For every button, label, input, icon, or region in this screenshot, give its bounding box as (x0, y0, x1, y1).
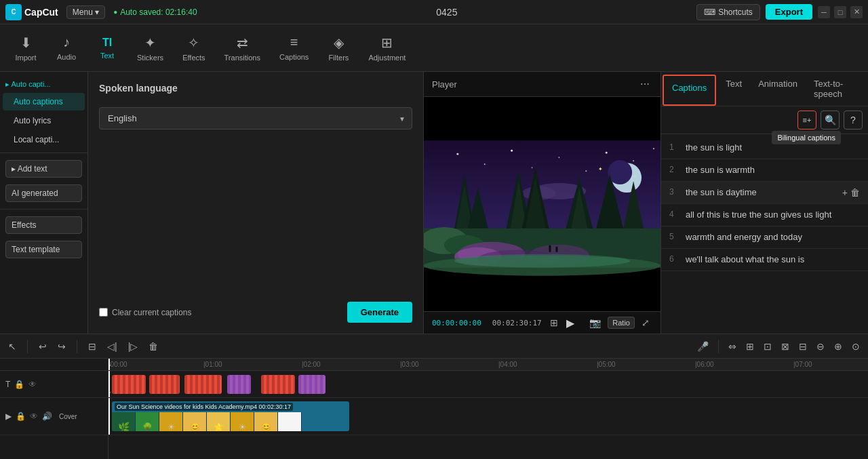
caption-delete-btn-1[interactable]: 🗑 (850, 142, 860, 153)
zoom-out-button[interactable]: ⊖ (814, 340, 827, 353)
video-block[interactable]: Our Sun Science videos for kids Kids Aca… (112, 401, 349, 431)
thumb-7: 😊 (254, 412, 278, 431)
grid-view-button[interactable]: ⊞ (547, 316, 561, 330)
zoom-in-button[interactable]: ⊕ (831, 340, 845, 353)
caption-block-5[interactable] (261, 375, 295, 394)
caption-block-6[interactable] (298, 375, 326, 394)
play-button[interactable]: ▶ (566, 317, 574, 330)
tool-adjustment[interactable]: ⊞ Adjustment (359, 31, 415, 66)
tool-import[interactable]: ⬇ Import (5, 31, 46, 66)
text-track-visibility[interactable]: 👁 (28, 380, 37, 389)
video-track: Our Sun Science videos for kids Kids Aca… (108, 398, 868, 435)
sidebar-header-label: ▸ Auto capti... (5, 80, 51, 89)
tool-text[interactable]: TI Text (87, 33, 127, 64)
delete-button[interactable]: 🗑 (146, 340, 161, 353)
effects-button[interactable]: Effects (5, 216, 82, 234)
video-track-audio[interactable]: 🔊 (42, 412, 52, 421)
tool-effects[interactable]: ✧ Effects (173, 31, 214, 66)
tool-audio[interactable]: ♪ Audio (46, 31, 87, 65)
caption-delete-btn-3[interactable]: 🗑 (850, 187, 860, 198)
split-screen-button[interactable]: ⊞ (743, 340, 757, 353)
generate-button[interactable]: Generate (347, 302, 412, 323)
caption-delete-btn-6[interactable]: 🗑 (850, 254, 860, 265)
ratio-button[interactable]: Ratio (608, 317, 635, 329)
project-id: 0425 (205, 7, 689, 18)
language-select[interactable]: English (99, 107, 412, 129)
tab-text[interactable]: Text (717, 72, 750, 106)
help-button[interactable]: ? (844, 111, 863, 129)
close-button[interactable]: ✕ (850, 6, 863, 18)
mic-button[interactable]: 🎤 (694, 340, 711, 353)
caption-add-btn-3[interactable]: + (842, 187, 848, 198)
toolbar-separator-1 (27, 340, 28, 353)
caption-delete-btn-2[interactable]: 🗑 (850, 165, 860, 176)
tool-stickers-label: Stickers (137, 54, 163, 62)
tab-animation[interactable]: Animation (750, 72, 806, 106)
video-track-lock[interactable]: 🔒 (16, 412, 26, 421)
caption-item-2[interactable]: 2 the sun is warmth + 🗑 (661, 159, 868, 182)
search-captions-button[interactable]: 🔍 (821, 111, 840, 129)
sidebar-item-auto-lyrics[interactable]: Auto lyrics (3, 112, 85, 129)
caption-delete-btn-4[interactable]: 🗑 (850, 209, 860, 220)
tool-effects-label: Effects (182, 54, 205, 62)
sidebar-item-auto-captions[interactable]: Auto captions (3, 93, 85, 111)
shortcuts-button[interactable]: ⌨ Shortcuts (696, 4, 760, 20)
crop-button[interactable]: ⊟ (796, 340, 810, 353)
bilingual-captions-button[interactable]: ≡+ (797, 111, 816, 129)
menu-button[interactable]: Menu ▾ (66, 5, 105, 19)
tool-stickers[interactable]: ✦ Stickers (127, 31, 173, 66)
pip-button[interactable]: ⊡ (761, 340, 774, 353)
search-icon: 🔍 (825, 115, 836, 125)
fit-button[interactable]: ⊙ (849, 340, 863, 353)
thumb-8 (278, 412, 302, 431)
svg-point-5 (558, 157, 559, 158)
caption-item-5[interactable]: 5 warmth and energy and today + 🗑 (661, 226, 868, 249)
clear-captions-checkbox[interactable] (99, 308, 108, 317)
screenshot-button[interactable]: 📷 (587, 316, 604, 330)
caption-add-btn-2[interactable]: + (842, 165, 848, 176)
select-tool-button[interactable]: ↖ (5, 340, 19, 353)
redo-button[interactable]: ↪ (55, 340, 68, 353)
effects-icon: ✧ (188, 35, 199, 51)
caption-block-3[interactable] (184, 375, 222, 394)
fullscreen-button[interactable]: ⤢ (639, 316, 652, 330)
caption-add-btn-5[interactable]: + (842, 232, 848, 243)
text-template-button[interactable]: Text template (5, 241, 82, 258)
caption-add-btn-1[interactable]: + (842, 142, 848, 153)
sidebar-divider-2 (0, 209, 87, 209)
clear-captions-label[interactable]: Clear current captions (99, 308, 191, 317)
auto-reframe-button[interactable]: ⊠ (778, 340, 792, 353)
tool-transitions[interactable]: ⇄ Transitions (215, 31, 270, 66)
fit-track-button[interactable]: ⇔ (726, 340, 739, 353)
add-text-button[interactable]: ▸ Add text (5, 160, 82, 178)
caption-block-1[interactable] (112, 375, 146, 394)
trim-right-button[interactable]: |▷ (125, 340, 141, 353)
trim-left-button[interactable]: ◁| (104, 340, 120, 353)
auto-captions-header[interactable]: ▸ Auto capti... (0, 77, 87, 92)
caption-add-btn-4[interactable]: + (842, 209, 848, 220)
caption-block-4[interactable] (227, 375, 251, 394)
sidebar-item-local-captions[interactable]: Local capti... (3, 131, 85, 148)
tool-captions[interactable]: ≡ Captions (270, 31, 318, 65)
tab-text-to-speech[interactable]: Text-to-speech (806, 72, 868, 106)
caption-item-3[interactable]: 3 the sun is daytime + 🗑 (661, 182, 868, 204)
minimize-button[interactable]: ─ (818, 6, 830, 18)
caption-add-btn-6[interactable]: + (842, 254, 848, 265)
caption-delete-btn-5[interactable]: 🗑 (850, 232, 860, 243)
split-button[interactable]: ⊟ (85, 340, 99, 353)
maximize-button[interactable]: □ (834, 6, 846, 18)
ai-generated-button[interactable]: AI generated (5, 184, 82, 202)
undo-button[interactable]: ↩ (36, 340, 50, 353)
caption-item-4[interactable]: 4 all of this is true the sun gives us l… (661, 204, 868, 226)
video-track-visibility[interactable]: 👁 (30, 412, 38, 421)
text-track-lock[interactable]: 🔒 (14, 380, 24, 389)
export-button[interactable]: Export (766, 4, 812, 20)
caption-block-2[interactable] (149, 375, 180, 394)
tool-filters[interactable]: ◈ Filters (318, 31, 359, 66)
thumb-5: 🌟 (207, 412, 231, 431)
player-menu-button[interactable]: ⋯ (637, 77, 652, 91)
tool-import-label: Import (15, 54, 36, 62)
caption-item-6[interactable]: 6 we'll talk about what the sun is + 🗑 (661, 249, 868, 271)
tab-captions[interactable]: Captions (663, 75, 716, 106)
transitions-icon: ⇄ (237, 35, 248, 51)
